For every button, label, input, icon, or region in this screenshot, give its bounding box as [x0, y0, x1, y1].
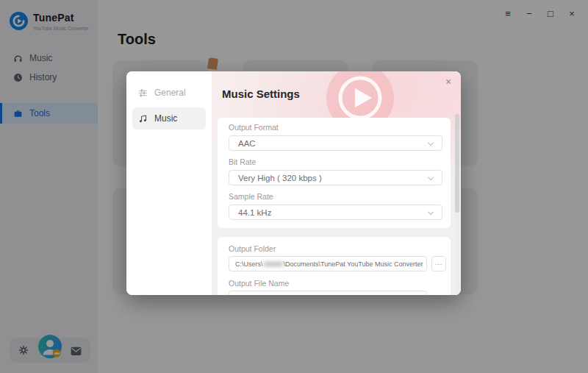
- tab-label: General: [154, 88, 186, 98]
- app-window: TunePat YouTube Music Converter Music Hi…: [0, 0, 588, 373]
- output-format-select[interactable]: AAC: [229, 135, 442, 151]
- tab-music[interactable]: Music: [132, 107, 206, 129]
- music-note-icon: [138, 114, 148, 124]
- bit-rate-select[interactable]: Very High ( 320 kbps ): [229, 170, 442, 185]
- sample-rate-label: Sample Rate: [229, 192, 273, 201]
- sliders-icon: [138, 88, 148, 98]
- tab-label: Music: [154, 113, 177, 124]
- scrollbar-thumb[interactable]: [455, 114, 459, 213]
- dialog-close-icon[interactable]: ×: [442, 75, 455, 88]
- audio-settings-card: Output Format AAC Bit Rate Very High ( 3…: [218, 118, 451, 228]
- dialog-title: Music Settings: [222, 88, 300, 100]
- tab-general[interactable]: General: [132, 82, 206, 104]
- output-folder-label: Output Folder: [229, 244, 276, 253]
- chevron-down-icon: [428, 209, 434, 215]
- sample-rate-select[interactable]: 44.1 kHz: [229, 205, 442, 220]
- dialog-content: Music Settings × Output Format AAC Bit R…: [212, 71, 461, 295]
- dialog-scrollbar: [455, 114, 459, 291]
- chevron-down-icon: [428, 140, 434, 146]
- chevron-down-icon: [428, 174, 434, 180]
- output-settings-card: Output Folder C:\Users\\Documents\TunePa…: [218, 237, 451, 295]
- bit-rate-label: Bit Rate: [229, 157, 256, 166]
- dialog-tab-panel: General Music: [126, 71, 212, 295]
- settings-dialog: General Music Music Settings × Output Fo…: [126, 71, 461, 295]
- browse-folder-button[interactable]: ...: [431, 256, 446, 271]
- redacted-username: [264, 261, 283, 267]
- output-file-name-label: Output File Name: [229, 279, 289, 288]
- output-format-label: Output Format: [229, 123, 279, 132]
- output-folder-input[interactable]: C:\Users\\Documents\TunePat YouTube Musi…: [229, 256, 427, 271]
- output-file-name-input[interactable]: [229, 291, 427, 295]
